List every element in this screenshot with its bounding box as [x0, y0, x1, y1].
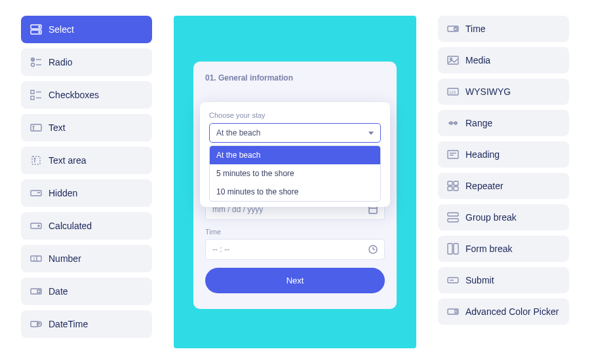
hidden-icon: [30, 187, 42, 199]
stay-option[interactable]: 10 minutes to the shore: [210, 183, 380, 201]
svg-point-8: [32, 59, 33, 60]
range-icon: [447, 117, 459, 129]
field-type-label: Date: [49, 286, 68, 297]
datetime-icon: [30, 318, 42, 330]
svg-point-6: [31, 64, 35, 67]
svg-rect-55: [448, 244, 452, 254]
text-icon: [30, 122, 42, 134]
stay-option[interactable]: At the beach: [210, 146, 380, 164]
heading-icon: [447, 149, 459, 160]
groupbreak-icon: [447, 211, 459, 223]
time-field: Time -- : --: [205, 228, 385, 260]
stay-select[interactable]: At the beach: [209, 123, 381, 143]
repeater-icon: [447, 180, 459, 192]
field-type-label: Calculated: [49, 221, 92, 231]
field-type-date[interactable]: Date: [21, 278, 152, 305]
field-type-calculated[interactable]: Calculated: [21, 212, 152, 240]
radio-icon: [30, 56, 42, 68]
checkboxes-icon: [30, 89, 42, 101]
field-type-label: Repeater: [465, 181, 503, 191]
field-type-hidden[interactable]: Hidden: [21, 179, 152, 207]
field-type-formbreak[interactable]: Form break: [438, 236, 569, 262]
svg-rect-53: [448, 213, 458, 216]
field-type-label: DateTime: [49, 319, 88, 329]
field-type-label: Radio: [49, 57, 73, 67]
time-icon: [447, 23, 459, 35]
field-type-label: Group break: [465, 212, 517, 223]
field-type-datetime[interactable]: DateTime: [21, 310, 152, 338]
field-type-time[interactable]: Time: [438, 16, 569, 42]
stay-label: Choose your stay: [209, 111, 381, 119]
field-type-text[interactable]: Text: [21, 114, 152, 141]
field-type-textarea[interactable]: Text area: [21, 147, 152, 174]
field-type-label: WYSIWYG: [465, 86, 511, 97]
right-field-list: Time Media 123 WYSIWYG Range Heading Rep…: [438, 16, 569, 348]
field-type-colorpicker[interactable]: Advanced Color Picker: [438, 299, 569, 325]
calculated-icon: [30, 220, 42, 232]
field-type-label: Heading: [465, 149, 500, 160]
textarea-icon: [30, 155, 42, 166]
field-type-groupbreak[interactable]: Group break: [438, 204, 569, 230]
field-type-radio[interactable]: Radio: [21, 48, 152, 76]
svg-text:123: 123: [449, 90, 456, 94]
svg-rect-9: [31, 90, 34, 94]
field-type-label: Text: [49, 122, 66, 133]
svg-rect-24: [37, 290, 40, 293]
field-type-label: Form break: [465, 244, 513, 254]
svg-rect-14: [32, 156, 40, 164]
field-type-label: Text area: [49, 155, 87, 166]
field-type-range[interactable]: Range: [438, 110, 569, 136]
chevron-down-icon: [368, 132, 374, 135]
svg-point-3: [39, 31, 40, 33]
media-icon: [447, 54, 459, 66]
field-type-submit[interactable]: Submit: [438, 267, 569, 293]
stay-selected-value: At the beach: [216, 128, 260, 137]
svg-rect-54: [448, 219, 458, 222]
field-type-label: Select: [49, 24, 74, 35]
left-field-list: Select Radio Checkboxes Text Text area H…: [21, 16, 152, 348]
svg-rect-49: [448, 181, 452, 185]
field-type-wysiwyg[interactable]: 123 WYSIWYG: [438, 79, 569, 105]
formbreak-icon: [447, 243, 459, 255]
field-type-label: Submit: [465, 275, 494, 285]
field-type-label: Range: [465, 118, 492, 128]
stay-option-list: At the beach 5 minutes to the shore 10 m…: [209, 145, 381, 202]
field-type-label: Time: [465, 24, 486, 34]
clock-icon: [368, 245, 378, 254]
number-icon: 1: [30, 253, 42, 264]
next-button[interactable]: Next: [205, 268, 385, 293]
wysiwyg-icon: 123: [447, 86, 459, 98]
svg-rect-52: [454, 187, 458, 191]
form-preview-canvas: 01. General information Adults 1 Check-i…: [174, 16, 416, 348]
time-label: Time: [205, 228, 385, 236]
field-type-checkboxes[interactable]: Checkboxes: [21, 81, 152, 109]
field-type-label: Number: [49, 253, 81, 264]
svg-text:1: 1: [33, 257, 35, 261]
svg-rect-29: [369, 206, 377, 213]
svg-rect-36: [448, 26, 458, 31]
stay-option[interactable]: 5 minutes to the shore: [210, 164, 380, 183]
field-type-number[interactable]: 1 Number: [21, 245, 152, 272]
field-type-label: Checkboxes: [49, 90, 99, 100]
svg-rect-11: [31, 96, 34, 100]
svg-rect-50: [454, 181, 458, 185]
field-type-label: Advanced Color Picker: [465, 306, 559, 318]
date-icon: [30, 285, 42, 297]
time-input[interactable]: -- : --: [205, 239, 385, 260]
svg-point-40: [450, 58, 452, 60]
field-type-repeater[interactable]: Repeater: [438, 173, 569, 199]
svg-rect-46: [448, 151, 458, 158]
svg-point-2: [39, 26, 40, 27]
field-type-select[interactable]: Select: [21, 16, 152, 43]
select-icon: [30, 24, 42, 35]
field-type-heading[interactable]: Heading: [438, 141, 569, 168]
field-type-label: Media: [465, 55, 490, 65]
svg-rect-56: [454, 244, 458, 254]
time-placeholder: -- : --: [212, 245, 229, 254]
colorpicker-icon: [447, 306, 459, 318]
field-type-media[interactable]: Media: [438, 47, 569, 73]
next-button-label: Next: [286, 276, 304, 285]
svg-rect-51: [448, 187, 452, 191]
submit-icon: [447, 274, 459, 286]
field-type-label: Hidden: [49, 188, 77, 198]
